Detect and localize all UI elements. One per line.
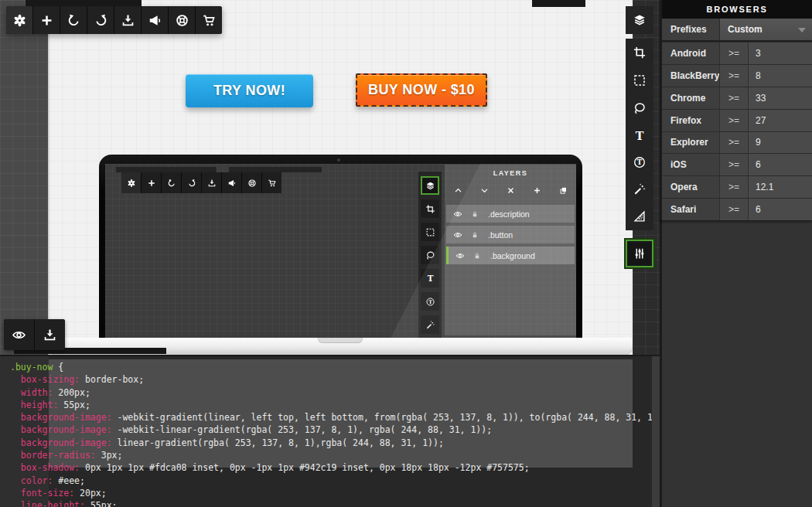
browser-version-rows: Android>=3BlackBerry>=8Chrome>=33Firefox…: [662, 42, 812, 220]
css-code-panel[interactable]: .buy-now { box-sizing: border-box; width…: [0, 355, 660, 507]
layer-visibility-eye-icon[interactable]: [446, 230, 462, 240]
flower-logo-icon: [127, 179, 136, 188]
tool-sliders[interactable]: [626, 240, 653, 267]
toolbar-button-download[interactable]: [114, 6, 141, 34]
mini-toolbar-button-megaphone[interactable]: [222, 172, 241, 193]
tool-lasso[interactable]: [626, 94, 653, 122]
toolbar-button-cart[interactable]: [196, 6, 222, 34]
magic-wand-icon: [425, 320, 435, 330]
toolbar-button-life-ring[interactable]: [169, 6, 195, 34]
mini-top-tab-left: [116, 167, 217, 172]
tool-magic-wand[interactable]: [626, 175, 653, 203]
mini-toolbar-button-life-ring[interactable]: [242, 172, 261, 193]
plus-icon: [39, 13, 54, 28]
megaphone-icon: [227, 179, 237, 188]
browser-version-operator: >=: [719, 110, 749, 131]
prefixes-row: Prefixes Custom: [662, 19, 812, 42]
browser-version-value[interactable]: 6: [749, 154, 812, 175]
toolbar-button-flower-logo[interactable]: [6, 6, 32, 34]
browser-version-operator: >=: [719, 154, 749, 175]
tool-text[interactable]: T: [626, 122, 653, 150]
code-line: box-shadow: 0px 1px 1px #fdca08 inset, 0…: [10, 461, 658, 474]
mini-tool-text-style[interactable]: T: [421, 292, 439, 311]
mini-tool-lasso[interactable]: [421, 246, 439, 264]
tool-text-style[interactable]: T: [626, 148, 653, 176]
redo-icon: [187, 179, 196, 188]
mini-toolbar-button-flower-logo[interactable]: [121, 172, 141, 193]
browser-version-value[interactable]: 33: [749, 87, 812, 109]
code-line: background-image: linear-gradient(rgba( …: [10, 437, 658, 449]
browser-version-value[interactable]: 3: [749, 43, 812, 64]
layer-visibility-eye-icon[interactable]: [449, 251, 465, 260]
toolbar-button-megaphone[interactable]: [142, 6, 168, 34]
browser-label: BlackBerry: [662, 65, 719, 87]
code-line: .buy-now {: [10, 361, 658, 373]
mini-toolbar-button-redo[interactable]: [182, 172, 201, 193]
mini-tool-crop[interactable]: [421, 199, 439, 218]
layers-action-duplicate[interactable]: [550, 181, 576, 199]
layer-row[interactable]: .description: [446, 205, 575, 223]
layers-panel-title: LAYERS: [445, 165, 576, 177]
browser-version-value[interactable]: 9: [749, 132, 812, 154]
browser-label: Explorer: [662, 132, 719, 154]
cart-icon: [268, 179, 277, 188]
layers-action-plus[interactable]: [524, 181, 550, 199]
mini-toolbar-button-download[interactable]: [202, 172, 221, 193]
code-line: font-size: 20px;: [10, 487, 658, 499]
layer-visibility-eye-icon[interactable]: [446, 209, 462, 219]
browser-version-value[interactable]: 27: [749, 110, 812, 131]
browser-version-operator: >=: [719, 65, 749, 87]
mini-toolbar-button-undo[interactable]: [162, 172, 181, 193]
tool-set-square[interactable]: [626, 202, 653, 230]
try-now-button[interactable]: TRY NOW!: [186, 74, 313, 107]
code-scrollbar[interactable]: [652, 356, 660, 507]
browser-version-operator: >=: [719, 87, 749, 109]
mini-tool-marquee-select[interactable]: [421, 223, 439, 241]
browser-version-value[interactable]: 6: [749, 199, 812, 220]
layers-action-chevron-up[interactable]: [445, 181, 471, 199]
browser-row-firefox: Firefox>=27: [662, 109, 812, 131]
eye-icon: [12, 328, 26, 342]
chevron-down-icon: [480, 186, 489, 195]
tool-marquee-select[interactable]: [626, 66, 653, 94]
layers-action-chevron-down[interactable]: [471, 181, 497, 199]
preview-download-button[interactable]: [35, 319, 65, 350]
mini-tool-text[interactable]: T: [421, 269, 439, 288]
layer-lock-icon[interactable]: [462, 231, 479, 239]
layer-row[interactable]: .background: [446, 247, 575, 264]
layer-lock-icon[interactable]: [462, 210, 479, 218]
flower-logo-icon: [12, 13, 27, 28]
right-panel-background: [660, 220, 812, 507]
mini-toolbar-button-plus[interactable]: [142, 172, 161, 193]
code-line: color: #eee;: [10, 475, 658, 487]
layers-icon: [425, 181, 435, 191]
svg-text:T: T: [427, 274, 433, 283]
layer-name: .description: [488, 209, 530, 219]
buy-now-button[interactable]: BUY NOW - $10: [356, 73, 487, 107]
toolbar-button-redo[interactable]: [87, 6, 114, 34]
layer-lock-icon[interactable]: [465, 252, 481, 260]
browser-version-operator: >=: [719, 43, 749, 64]
tool-crop[interactable]: [626, 39, 653, 66]
browser-row-blackberry: BlackBerry>=8: [662, 64, 812, 87]
layers-panel: LAYERS .description.button.background: [445, 165, 576, 335]
mini-top-tab-right: [229, 167, 322, 172]
prefixes-select[interactable]: Custom: [719, 19, 812, 40]
mini-tool-layers[interactable]: [421, 176, 439, 195]
browser-version-value[interactable]: 12.1: [749, 176, 812, 198]
layer-row[interactable]: .button: [446, 226, 575, 243]
life-ring-icon: [175, 13, 189, 28]
mini-tool-strip: TT: [418, 172, 442, 338]
preview-eye-button[interactable]: [4, 319, 34, 350]
mini-tool-magic-wand[interactable]: [421, 315, 439, 334]
browser-row-android: Android>=3: [662, 42, 812, 64]
layer-name: .button: [488, 230, 513, 240]
sliders-icon: [633, 247, 647, 260]
toolbar-button-undo[interactable]: [60, 6, 87, 34]
mini-toolbar-button-cart[interactable]: [262, 172, 281, 193]
tool-layers[interactable]: [626, 6, 653, 34]
text-style-icon: T: [425, 297, 435, 307]
toolbar-button-plus[interactable]: [33, 6, 60, 34]
layers-action-close[interactable]: [497, 181, 524, 199]
browser-version-value[interactable]: 8: [749, 65, 812, 87]
